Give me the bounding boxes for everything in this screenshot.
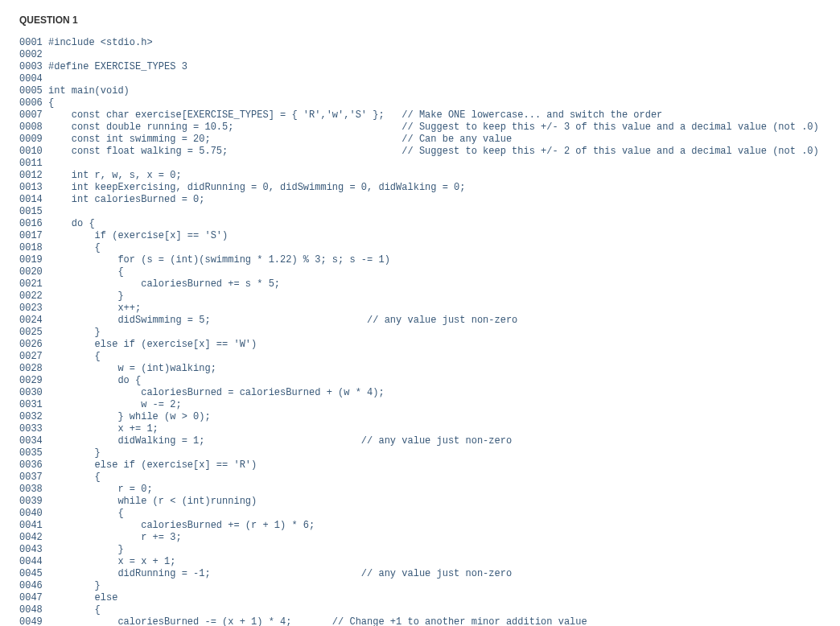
line-number: 0048 [19,604,48,616]
line-number: 0030 [19,387,48,399]
code-line: 0001#include <stdio.h> [19,37,821,49]
code-line: 0032 } while (w > 0); [19,411,821,423]
code-line: 0013 int keepExercising, didRunning = 0,… [19,182,821,194]
line-number: 0047 [19,592,48,604]
line-number: 0039 [19,496,48,508]
code-line: 0037 { [19,472,821,484]
code-line: 0047 else [19,592,821,604]
code-line: 0004 [19,73,821,85]
line-number: 0040 [19,508,48,520]
line-number: 0013 [19,182,48,194]
code-line: 0014 int caloriesBurned = 0; [19,194,821,206]
code-line: 0030 caloriesBurned = caloriesBurned + (… [19,387,821,399]
line-number: 0020 [19,266,48,278]
line-number: 0043 [19,544,48,556]
code-text: caloriesBurned -= (x + 1) * 4; // Change… [48,616,587,626]
line-number: 0009 [19,134,48,146]
line-number: 0012 [19,170,48,182]
line-number: 0027 [19,351,48,363]
line-number: 0023 [19,303,48,315]
line-number: 0008 [19,121,48,134]
code-line: 0012 int r, w, s, x = 0; [19,170,821,182]
code-line: 0006{ [19,97,821,109]
code-line: 0008 const double running = 10.5; // Sug… [19,121,821,134]
code-line: 0049 caloriesBurned -= (x + 1) * 4; // C… [19,616,821,626]
code-text: x = x + 1; [48,556,175,567]
code-line: 0018 { [19,242,821,254]
code-text: caloriesBurned = caloriesBurned + (w * 4… [48,387,385,398]
code-line: 0036 else if (exercise[x] == 'R') [19,459,821,472]
code-line: 0011 [19,158,821,170]
code-text: const double running = 10.5; // Suggest … [48,121,819,133]
code-text: { [48,604,101,616]
line-number: 0036 [19,459,48,472]
code-text: { [48,472,101,483]
code-text: r = 0; [48,484,153,495]
code-line: 0007 const char exercise[EXERCISE_TYPES]… [19,109,821,121]
code-line: 0019 for (s = (int)(swimming * 1.22) % 3… [19,254,821,266]
line-number: 0038 [19,484,48,496]
line-number: 0035 [19,447,48,459]
code-text: while (r < (int)running) [48,496,257,507]
code-line: 0021 caloriesBurned += s * 5; [19,278,821,290]
line-number: 0011 [19,158,48,170]
code-line: 0020 { [19,266,821,278]
code-text: #define EXERCISE_TYPES 3 [48,61,187,72]
code-line: 0022 } [19,290,821,303]
line-number: 0017 [19,230,48,242]
line-number: 0042 [19,532,48,544]
line-number: 0005 [19,85,48,97]
line-number: 0034 [19,435,48,447]
question-title: QUESTION 1 [19,14,821,26]
line-number: 0028 [19,363,48,375]
code-line: 0023 x++; [19,303,821,315]
line-number: 0037 [19,472,48,484]
line-number: 0015 [19,206,48,218]
code-line: 0003#define EXERCISE_TYPES 3 [19,61,821,73]
code-text: } [48,580,101,591]
line-number: 0002 [19,49,48,61]
line-number: 0001 [19,37,48,49]
line-number: 0014 [19,194,48,206]
line-number: 0025 [19,327,48,339]
code-text: w = (int)walking; [48,363,216,374]
code-text: x += 1; [48,423,159,434]
code-line: 0010 const float walking = 5.75; // Sugg… [19,146,821,158]
code-text: #include <stdio.h> [48,37,153,48]
code-line: 0009 const int swimming = 20; // Can be … [19,134,821,146]
code-text: { [48,266,124,278]
line-number: 0022 [19,290,48,303]
code-text: else if (exercise[x] == 'W') [48,339,257,350]
code-text: didWalking = 1; // any value just non-ze… [48,435,512,447]
code-line: 0034 didWalking = 1; // any value just n… [19,435,821,447]
code-line: 0024 didSwimming = 5; // any value just … [19,315,821,327]
code-text: } [48,327,101,338]
code-line: 0046 } [19,580,821,592]
code-line: 0043 } [19,544,821,556]
code-text: const float walking = 5.75; // Suggest t… [48,146,819,157]
code-line: 0027 { [19,351,821,363]
code-line: 0033 x += 1; [19,423,821,435]
code-text: } [48,447,101,459]
line-number: 0044 [19,556,48,568]
code-text: { [48,508,124,519]
code-line: 0038 r = 0; [19,484,821,496]
code-block: 0001#include <stdio.h>00020003#define EX… [19,37,821,626]
code-text: didRunning = -1; // any value just non-z… [48,568,512,579]
code-text: const int swimming = 20; // Can be any v… [48,134,512,145]
line-number: 0045 [19,568,48,580]
code-text: if (exercise[x] == 'S') [48,230,228,241]
line-number: 0031 [19,399,48,411]
code-text: w -= 2; [48,399,182,410]
code-text: caloriesBurned += (r + 1) * 6; [48,520,315,531]
line-number: 0003 [19,61,48,73]
line-number: 0046 [19,580,48,592]
code-text: int main(void) [48,85,130,97]
code-line: 0028 w = (int)walking; [19,363,821,375]
line-number: 0007 [19,109,48,121]
line-number: 0032 [19,411,48,423]
code-line: 0048 { [19,604,821,616]
code-line: 0039 while (r < (int)running) [19,496,821,508]
code-line: 0029 do { [19,375,821,387]
code-text: { [48,97,54,109]
